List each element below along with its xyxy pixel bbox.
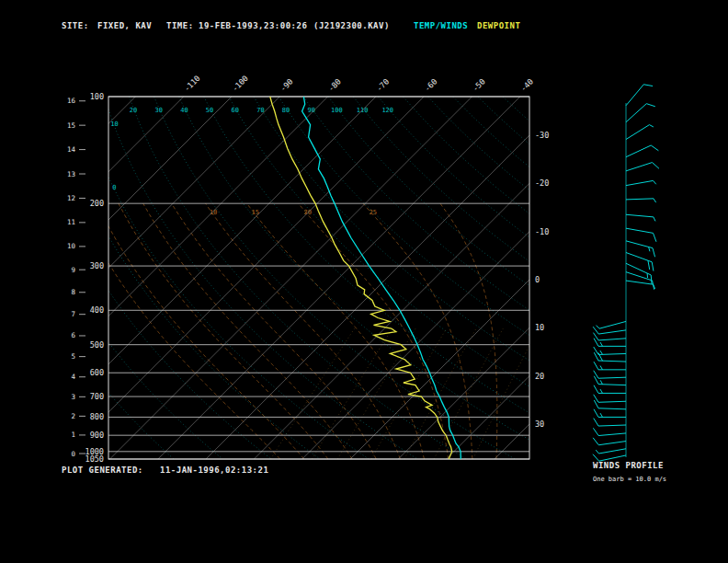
svg-text:2: 2 [71, 412, 75, 420]
svg-text:-10: -10 [535, 227, 549, 236]
svg-text:-100: -100 [230, 74, 250, 94]
svg-text:-90: -90 [279, 76, 295, 93]
svg-text:9: 9 [71, 266, 75, 274]
isotherm-right-labels: -30-20-100102030 [535, 131, 549, 429]
isobar-lines [108, 97, 529, 459]
dewpoint-trace [270, 97, 452, 459]
svg-text:7: 7 [71, 310, 75, 318]
svg-text:100: 100 [331, 107, 343, 114]
height-axis: 012345678910111213141516 [67, 97, 85, 457]
svg-text:0: 0 [71, 450, 75, 458]
svg-text:120: 120 [381, 107, 393, 114]
svg-text:40: 40 [180, 107, 188, 114]
time-label: TIME: [166, 21, 194, 30]
svg-text:10: 10 [210, 209, 217, 216]
winds-profile-title: WINDS PROFILE [593, 461, 664, 470]
svg-text:5: 5 [71, 352, 75, 361]
svg-text:100: 100 [90, 92, 104, 101]
plot-frame [108, 97, 529, 459]
svg-text:11: 11 [67, 218, 75, 226]
svg-text:50: 50 [206, 107, 213, 114]
svg-text:-50: -50 [471, 76, 487, 93]
site-label: SITE: [62, 21, 89, 30]
svg-text:13: 13 [67, 170, 75, 178]
svg-text:8: 8 [71, 288, 75, 296]
svg-text:-20: -20 [535, 178, 549, 188]
svg-text:600: 600 [90, 368, 104, 377]
svg-text:-60: -60 [423, 76, 439, 93]
svg-text:0: 0 [112, 184, 116, 191]
svg-text:25: 25 [369, 209, 376, 216]
svg-text:500: 500 [90, 340, 104, 350]
svg-text:0: 0 [535, 275, 540, 284]
svg-text:20: 20 [535, 372, 544, 381]
isotherm-lines [0, 97, 728, 459]
plot-generated-value: 11-JAN-1996,02:13:21 [160, 465, 268, 475]
temp-winds-legend: TEMP/WINDS [414, 21, 468, 30]
svg-text:-70: -70 [374, 76, 391, 93]
svg-text:15: 15 [67, 121, 75, 130]
dry-adiabat-lines [0, 97, 728, 459]
svg-text:10: 10 [535, 323, 544, 332]
svg-text:-80: -80 [326, 76, 343, 93]
svg-text:6: 6 [71, 331, 75, 339]
svg-text:10: 10 [110, 121, 118, 128]
svg-text:900: 900 [90, 431, 104, 440]
moist-adiabat-lines [77, 203, 497, 459]
svg-text:4: 4 [71, 373, 75, 381]
dewpoint-legend: DEWPOINT [477, 21, 520, 30]
dry-adiabat-labels: 0102030405060708090100110120 [110, 107, 393, 191]
svg-text:1050: 1050 [85, 454, 104, 464]
svg-text:12: 12 [67, 194, 75, 202]
svg-text:14: 14 [67, 145, 76, 154]
skewt-app-screen: 0102030405060708090100110120101520251002… [0, 0, 728, 563]
plot-generated-label: PLOT GENERATED: [62, 465, 143, 475]
file-id: (J2192300.KAV) [313, 21, 390, 30]
winds-profile-subtitle: One barb = 10.0 m/s [593, 476, 666, 483]
svg-text:30: 30 [155, 107, 163, 114]
svg-text:60: 60 [232, 107, 239, 114]
svg-text:20: 20 [130, 107, 137, 114]
svg-text:3: 3 [71, 393, 75, 401]
svg-text:10: 10 [67, 242, 76, 250]
svg-text:16: 16 [67, 97, 76, 105]
svg-text:700: 700 [90, 392, 104, 401]
svg-text:-110: -110 [182, 74, 202, 94]
time-value: 19-FEB-1993,23:00:26 [199, 21, 307, 30]
pressure-labels: 10020030040050060070080090010001050 [85, 92, 104, 464]
svg-text:30: 30 [535, 419, 544, 429]
svg-text:-30: -30 [535, 131, 549, 140]
svg-text:1: 1 [71, 431, 75, 439]
svg-text:300: 300 [90, 261, 104, 270]
svg-text:80: 80 [282, 107, 290, 114]
svg-text:200: 200 [90, 199, 104, 208]
moist-adiabat-labels: 10152025 [210, 209, 377, 216]
site-value: FIXED, KAV [97, 21, 152, 30]
svg-text:-40: -40 [518, 76, 535, 93]
svg-text:15: 15 [252, 209, 259, 216]
svg-text:400: 400 [90, 305, 104, 315]
temp-trace [302, 97, 461, 459]
isotherm-top-labels: -110-100-90-80-70-60-50-40 [182, 74, 535, 94]
svg-text:800: 800 [90, 412, 104, 421]
